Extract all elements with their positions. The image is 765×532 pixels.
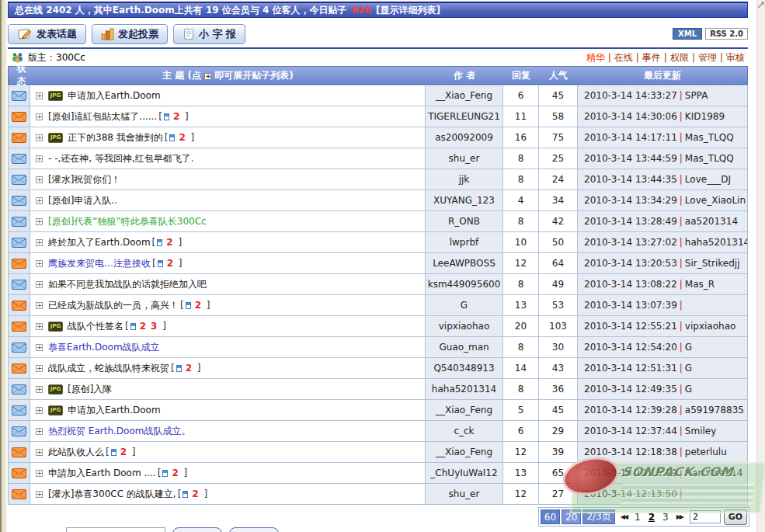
thread-page-number[interactable]: 2 [192, 489, 198, 499]
expand-thread-icon[interactable]: + [36, 344, 43, 351]
last-post-author-link[interactable]: Smiley [685, 426, 716, 436]
first-page-icon[interactable]: ◀◀ [621, 513, 627, 520]
admin-link-2[interactable]: 在线 [614, 52, 633, 63]
page-link-3[interactable]: 3 [662, 512, 669, 523]
rss-badge[interactable]: RSS 2.0 [705, 28, 748, 40]
last-post-author-link[interactable]: HarrYtse314 [685, 468, 743, 478]
xml-badge[interactable]: XML [673, 28, 702, 40]
last-post-author-link[interactable]: peterlulu [685, 447, 727, 457]
new-poll-button[interactable]: 发起投票 [92, 24, 168, 44]
thread-author-link[interactable]: Q540348913 [426, 358, 503, 378]
thread-author-link[interactable]: Guao_man [426, 337, 503, 357]
thread-page-links[interactable]: [2 ] [171, 363, 201, 374]
admin-link-6[interactable]: 审核 [726, 52, 745, 63]
page-bottom-button-2[interactable] [229, 527, 279, 532]
thread-page-number[interactable]: 2 [186, 363, 192, 374]
last-page-icon[interactable]: ▶▶ [676, 513, 683, 520]
page-size-20-link[interactable]: 20 [562, 509, 581, 524]
thread-page-links[interactable]: [2 ] [106, 447, 136, 457]
goto-page-input[interactable] [690, 510, 721, 523]
thread-title-link[interactable]: 如果不同意我加战队的话就拒绝加入吧 [48, 278, 207, 291]
expand-thread-icon[interactable]: + [36, 449, 43, 456]
thread-author-link[interactable]: TIGERLEUNG21 [426, 106, 503, 127]
thread-author-link[interactable]: XUYANG_123 [426, 190, 503, 210]
last-post-author-link[interactable]: aa5201314 [685, 216, 738, 227]
last-post-author-link[interactable]: Love_XiaoLin [685, 195, 746, 206]
thread-page-number[interactable]: 2 [195, 300, 201, 311]
thread-title-link[interactable]: 正下的388 我會搶到的 [68, 131, 163, 144]
expand-thread-icon[interactable]: + [36, 113, 43, 120]
thread-title-link[interactable]: 战队成立，蛇族战队特来祝贺 [48, 362, 169, 375]
go-button[interactable]: GO [724, 509, 747, 525]
thread-title-link[interactable]: [原创]申请入队.. [48, 194, 117, 207]
expand-thread-icon[interactable]: + [36, 323, 43, 330]
thread-author-link[interactable]: __Xiao_Feng [426, 85, 503, 106]
thread-page-links[interactable]: [2 ] [152, 258, 183, 269]
last-post-author-link[interactable]: haha5201314 [685, 237, 747, 248]
admin-link-3[interactable]: 事件 [642, 52, 661, 63]
expand-thread-icon[interactable]: + [36, 365, 43, 372]
thread-page-number[interactable]: 2 [167, 258, 173, 269]
last-post-author-link[interactable]: Mas_R [685, 279, 715, 290]
thread-author-link[interactable]: LeeAWPBOSS [426, 253, 503, 273]
page-size-60-link[interactable]: 60 [541, 509, 560, 524]
thread-title-link[interactable]: 热烈祝贺 Earth.Doom战队成立。 [48, 425, 190, 438]
last-post-author-link[interactable]: G [685, 384, 692, 395]
thread-page-links[interactable]: [2 ] [158, 468, 188, 478]
expand-thread-icon[interactable]: + [36, 260, 43, 267]
expand-thread-icon[interactable]: + [36, 386, 43, 393]
thread-page-number[interactable]: 2 [120, 447, 127, 457]
thread-author-link[interactable]: shu_er [426, 148, 503, 169]
page-bottom-select[interactable] [66, 527, 165, 532]
thread-author-link[interactable]: R_ONB [426, 211, 503, 231]
expand-thread-icon[interactable]: + [36, 92, 43, 99]
admin-link-5[interactable]: 管理 [698, 52, 717, 63]
expand-thread-icon[interactable]: + [36, 491, 43, 498]
page-link-1[interactable]: 1 [635, 512, 641, 523]
new-topic-button[interactable]: 发表话题 [8, 24, 86, 44]
thread-title-link[interactable]: 已经成为新战队的一员，高兴！ [48, 299, 179, 312]
admin-link-1[interactable]: 精华 [586, 52, 605, 63]
page-link-2[interactable]: 2 [649, 512, 655, 523]
thread-title-link[interactable]: 此站队收人么 [48, 446, 104, 459]
thread-author-link[interactable]: vipxiaohao [426, 316, 503, 336]
thread-page-number[interactable]: 2 [140, 321, 146, 332]
thread-author-link[interactable]: ksm449095600 [426, 274, 503, 294]
page-bottom-button-1[interactable] [172, 527, 222, 532]
thread-title-link[interactable]: 申请加入Earth.Doom [68, 404, 161, 417]
last-post-author-link[interactable]: SPPA [685, 90, 708, 101]
expand-thread-icon[interactable]: + [36, 470, 43, 477]
thread-page-links[interactable]: [23 ] [125, 321, 166, 332]
thread-title-link[interactable]: 申请加入Earth.Doom [68, 89, 161, 103]
expand-thread-icon[interactable]: + [36, 407, 43, 414]
last-post-author-link[interactable]: Mas_TLQQ [685, 132, 734, 143]
thread-title-link[interactable]: 終於加入了Earth.Doom [48, 236, 151, 249]
thread-author-link[interactable]: __Xiao_Feng [426, 400, 503, 420]
thread-page-links[interactable]: [2 ] [165, 132, 195, 143]
expand-thread-icon[interactable]: + [36, 281, 43, 288]
thread-title-link[interactable]: 申請加入Earth Doom .... [48, 467, 156, 480]
expand-thread-icon[interactable]: + [36, 176, 43, 183]
show-detail-list-link[interactable]: [显示详细列表] [376, 5, 440, 16]
thread-page-number[interactable]: 2 [166, 237, 172, 248]
expand-thread-icon[interactable]: + [36, 218, 43, 225]
thread-author-link[interactable]: shu_er [426, 484, 503, 504]
expand-thread-icon[interactable]: + [36, 134, 43, 141]
thread-author-link[interactable]: as20092009 [426, 127, 503, 148]
expand-thread-icon[interactable]: + [36, 428, 43, 435]
last-post-author-link[interactable]: KID1989 [685, 111, 725, 122]
thread-title-link[interactable]: [原创]這紅包貼太猛了...... [48, 110, 157, 123]
thread-title-link[interactable]: - -,还在神, 等我回神,红包早都飞了. [48, 152, 194, 165]
thread-page-number[interactable]: 2 [179, 132, 185, 143]
thread-author-link[interactable]: c_ck [426, 421, 503, 441]
last-post-author-link[interactable]: Love___DJ [685, 174, 731, 185]
thread-title-link[interactable]: [原创]入隊 [68, 383, 112, 396]
last-post-author-link[interactable]: Mas_TLQQ [685, 153, 734, 164]
small-paper-button[interactable]: 小 字 报 [173, 24, 245, 44]
last-post-author-link[interactable]: a591978835 [685, 405, 744, 416]
last-post-author-link[interactable]: vipxiaohao [685, 321, 735, 332]
last-post-author-link[interactable]: G [685, 342, 692, 353]
thread-page-number[interactable]: 2 [172, 468, 178, 478]
thread-author-link[interactable]: lwprbf [426, 232, 503, 252]
last-post-author-link[interactable]: G [685, 363, 692, 374]
